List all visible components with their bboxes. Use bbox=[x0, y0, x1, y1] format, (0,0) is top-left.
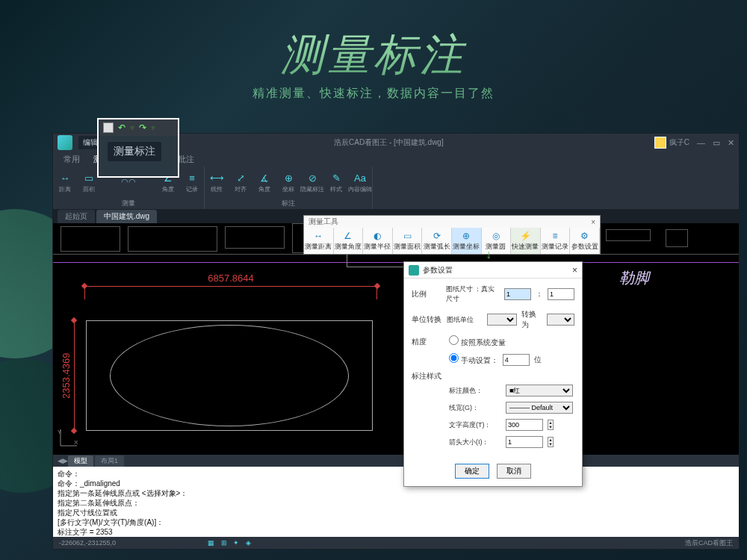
tool-icon: ↔ bbox=[58, 171, 72, 184]
measure-label: 快速测量 bbox=[512, 242, 539, 252]
tool-icon: ⟷ bbox=[210, 171, 223, 184]
zoom-tab-label[interactable]: 测量标注 bbox=[108, 142, 161, 161]
ribbon-tool[interactable]: ⟷线性 bbox=[205, 167, 229, 198]
scale-input-1[interactable] bbox=[504, 288, 531, 300]
measure-tool[interactable]: ⚡快速测量 bbox=[511, 228, 541, 254]
layout-tab[interactable]: 布局1 bbox=[95, 455, 124, 467]
measure-icon: ◐ bbox=[370, 230, 385, 242]
menu-item[interactable]: 常用 bbox=[63, 154, 80, 165]
measure-icon: ⚙ bbox=[577, 230, 592, 242]
convert-select[interactable] bbox=[547, 314, 574, 326]
scale-label: 比例 bbox=[412, 289, 441, 299]
tool-label: 距离 bbox=[59, 185, 71, 193]
measure-toolbar: 测量工具 × ↔测量距离∠测量角度◐测量半径▭测量面积⟳测量弧长⊕测量坐标◎测量… bbox=[303, 215, 601, 255]
tabs-left-icon[interactable]: ◀▶ bbox=[58, 457, 68, 464]
measure-tool[interactable]: ⟳测量弧长 bbox=[422, 228, 452, 254]
scale-input-2[interactable] bbox=[548, 288, 574, 300]
ortho-icon[interactable]: ⊞ bbox=[221, 539, 227, 547]
app-window: 编辑模式 浩辰CAD看图王 - [中国建筑.dwg] 疯子C — ▭ ✕ 常用测… bbox=[52, 133, 740, 550]
dim-value: 2353.4369 bbox=[61, 320, 72, 431]
command-panel[interactable]: 命令：命令：_dimaligned指定第一条延伸线原点或 <选择对象>：指定第二… bbox=[53, 467, 739, 537]
tool-label: 对齐 bbox=[235, 185, 247, 193]
hero-subtitle: 精准测量、快速标注，数据内容一目了然 bbox=[0, 86, 747, 102]
settings-dialog: 参数设置 × 比例 图纸尺寸 ：真实尺寸 ： 单位转换 图纸单位 转换为 精度 … bbox=[403, 261, 583, 487]
measure-tool[interactable]: ⚙参数设置 bbox=[570, 228, 600, 254]
unit-select[interactable] bbox=[487, 314, 518, 326]
style-input[interactable] bbox=[506, 436, 543, 448]
tool-label: 面积 bbox=[83, 185, 95, 193]
dialog-title: 参数设置 bbox=[423, 265, 453, 276]
brand-label: 浩辰CAD看图王 bbox=[685, 538, 733, 548]
ribbon-tool[interactable]: ↔距离 bbox=[53, 167, 77, 198]
grid-icon[interactable]: ✦ bbox=[233, 539, 239, 547]
command-line: 命令： bbox=[58, 469, 734, 479]
unit-sublabel: 图纸单位 bbox=[447, 315, 483, 325]
measure-label: 测量记录 bbox=[542, 242, 568, 252]
ribbon-tool[interactable]: ∡角度 bbox=[252, 167, 276, 198]
measure-tool[interactable]: ↔测量距离 bbox=[304, 228, 334, 254]
ribbon-tool[interactable]: ⤢对齐 bbox=[229, 167, 252, 198]
ribbon-tool[interactable]: ⊕坐标 bbox=[276, 167, 300, 198]
measure-tool[interactable]: ▭测量面积 bbox=[393, 228, 423, 254]
measure-icon: ⟳ bbox=[430, 230, 444, 242]
dialog-icon bbox=[409, 265, 419, 276]
ribbon-tool[interactable]: Aa内容编辑 bbox=[348, 167, 372, 198]
precision-label: 精度 bbox=[412, 337, 444, 347]
minimize-button[interactable]: — bbox=[697, 138, 705, 148]
measure-icon: ∠ bbox=[341, 230, 356, 242]
ribbon-tool[interactable]: ✎样式 bbox=[324, 167, 348, 198]
tool-icon: ▭ bbox=[82, 171, 96, 184]
hero-title: 测量标注 bbox=[0, 26, 747, 84]
snap-icon[interactable]: ▦ bbox=[208, 539, 214, 547]
file-tab[interactable]: 中国建筑.dwg bbox=[96, 210, 157, 223]
measure-label: 测量坐标 bbox=[453, 242, 480, 252]
tool-label: 内容编辑 bbox=[348, 185, 372, 193]
cancel-button[interactable]: 取消 bbox=[497, 464, 531, 479]
ribbon-tool[interactable]: ≡记录 bbox=[180, 167, 204, 198]
maximize-button[interactable]: ▭ bbox=[713, 138, 720, 148]
redo-more-icon[interactable]: ▾ bbox=[151, 122, 155, 133]
measure-tool[interactable]: ∠测量角度 bbox=[334, 228, 364, 254]
tool-icon: ⊕ bbox=[282, 171, 295, 184]
command-line: 指定尺寸线位置或 bbox=[58, 508, 734, 517]
command-line: 命令：_dimaligned bbox=[58, 479, 734, 488]
dim-value: 6857.8644 bbox=[84, 273, 377, 284]
scale-sublabel: 图纸尺寸 ：真实尺寸 bbox=[446, 284, 500, 304]
precision-radio-manual[interactable]: 手动设置： bbox=[449, 353, 498, 366]
coordinates: -226062,-231255,0 bbox=[59, 539, 116, 547]
style-section-label: 标注样式 bbox=[412, 371, 574, 382]
measure-tool[interactable]: ⊕测量坐标 bbox=[452, 228, 482, 254]
file-tab[interactable]: 起始页 bbox=[58, 210, 95, 223]
measure-icon: ↔ bbox=[311, 230, 326, 242]
osnap-icon[interactable]: ◈ bbox=[246, 539, 251, 547]
measure-icon: ◎ bbox=[489, 230, 503, 242]
dialog-close-icon[interactable]: × bbox=[572, 265, 577, 276]
precision-input[interactable] bbox=[503, 354, 530, 366]
horizontal-dimension: 6857.8644 bbox=[84, 286, 377, 287]
measure-icon: ⚡ bbox=[518, 230, 533, 242]
ribbon-tool[interactable]: ⊘隐藏标注 bbox=[300, 167, 324, 198]
close-icon[interactable]: × bbox=[591, 218, 595, 226]
redo-icon[interactable]: ↷ bbox=[139, 122, 146, 133]
command-line: 指定第一条延伸线原点或 <选择对象>： bbox=[58, 488, 734, 498]
precision-radio-sys[interactable]: 按照系统变量 bbox=[449, 335, 506, 348]
measure-label: 参数设置 bbox=[571, 242, 598, 252]
style-row-label: 文字高度(T)： bbox=[449, 420, 501, 430]
layer-swatch-icon bbox=[103, 122, 114, 133]
ellipse-shape bbox=[110, 325, 349, 426]
unit-label: 单位转换 bbox=[412, 314, 442, 325]
axis-icon: YX bbox=[58, 426, 80, 450]
close-button[interactable]: ✕ bbox=[728, 138, 734, 148]
ok-button[interactable]: 确定 bbox=[455, 464, 489, 479]
measure-tool[interactable]: ◐测量半径 bbox=[363, 228, 393, 254]
undo-more-icon[interactable]: ▾ bbox=[130, 122, 134, 133]
style-color-select[interactable]: ■红 bbox=[506, 385, 573, 396]
measure-icon: ⊕ bbox=[459, 230, 474, 242]
tool-label: 角度 bbox=[258, 185, 270, 193]
measure-tool[interactable]: ≡测量记录 bbox=[541, 228, 571, 254]
style-lineweight-select[interactable]: ——— Default bbox=[506, 402, 573, 414]
undo-icon[interactable]: ↶ bbox=[118, 122, 125, 133]
user-badge[interactable]: 疯子C bbox=[654, 137, 689, 149]
style-input[interactable] bbox=[506, 419, 543, 431]
model-tab[interactable]: 模型 bbox=[68, 455, 93, 467]
